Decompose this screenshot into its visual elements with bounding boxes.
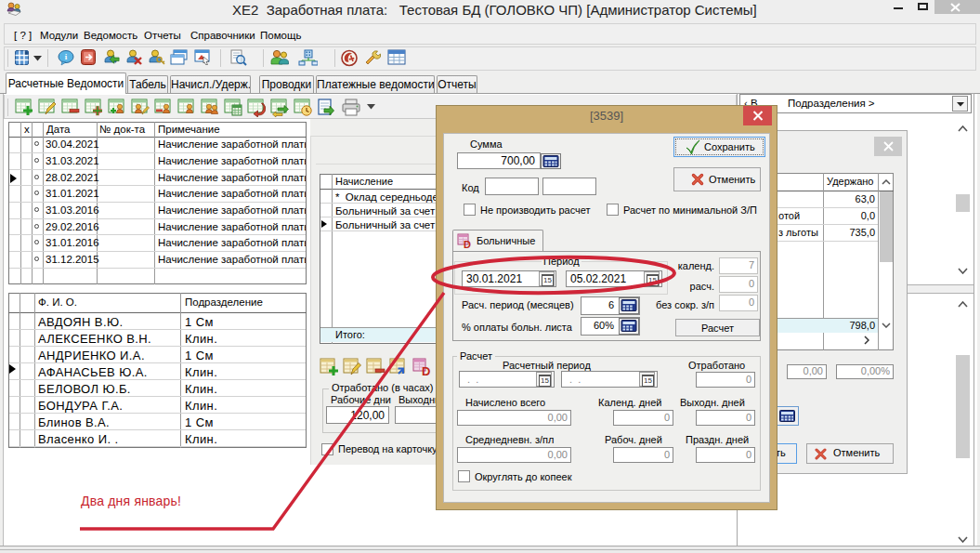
svg-text:D: D [464,239,471,249]
svg-text:D: D [422,364,430,377]
